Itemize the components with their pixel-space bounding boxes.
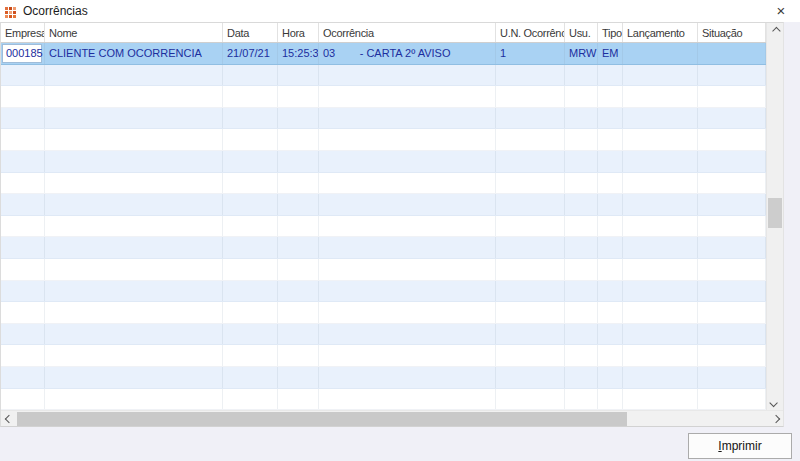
cell-nome [45, 324, 223, 345]
empty-row[interactable] [1, 345, 766, 367]
cell-tipo [598, 216, 623, 237]
cell-lancamento [623, 237, 698, 258]
cell-hora [278, 345, 319, 366]
cell-hora[interactable]: 15:25:39 [278, 43, 319, 64]
cell-usu [565, 129, 598, 150]
close-icon[interactable]: × [771, 0, 791, 20]
cell-ocorrencia[interactable]: 03 - CARTA 2º AVISO [319, 43, 496, 64]
cell-data [223, 129, 278, 150]
empresa-value: 000185 [6, 47, 43, 59]
cell-ocorrencia [319, 65, 496, 86]
cell-data[interactable]: 21/07/21 [223, 43, 278, 64]
cell-data [223, 108, 278, 129]
cell-nome [45, 389, 223, 410]
cell-data [223, 194, 278, 215]
horizontal-scrollbar[interactable] [1, 410, 783, 426]
scroll-down-icon[interactable] [767, 395, 783, 410]
cell-lancamento [623, 367, 698, 388]
cell-empresa [1, 129, 45, 150]
empty-row[interactable] [1, 151, 766, 173]
cell-nome[interactable]: CLIENTE COM OCORRENCIA [45, 43, 223, 64]
cell-empresa [1, 173, 45, 194]
cell-tipo [598, 129, 623, 150]
column-header-lancamento[interactable]: Lançamento [623, 23, 698, 42]
cell-ocorrencia [319, 389, 496, 410]
empty-row[interactable] [1, 324, 766, 346]
cell-ocorrencia [319, 108, 496, 129]
empty-row[interactable] [1, 129, 766, 151]
vertical-scrollbar[interactable] [766, 23, 783, 410]
imprimir-label: mprimir [722, 439, 762, 453]
empty-row[interactable] [1, 216, 766, 238]
empresa-inline-editor[interactable]: 000185 [2, 44, 42, 63]
cell-empresa[interactable]: 000185 [1, 43, 45, 64]
cell-hora [278, 65, 319, 86]
cell-nome [45, 86, 223, 107]
column-header-situacao[interactable]: Situação [698, 23, 766, 42]
scroll-left-icon[interactable] [1, 411, 16, 426]
cell-tipo [598, 302, 623, 323]
empty-row[interactable] [1, 389, 766, 411]
cell-hora [278, 324, 319, 345]
cell-data [223, 259, 278, 280]
cell-tipo [598, 108, 623, 129]
cell-nome [45, 259, 223, 280]
cell-tipo[interactable]: EM [598, 43, 623, 64]
cell-ocorrencia [319, 173, 496, 194]
cell-un-ocorrencia [496, 173, 565, 194]
cell-lancamento [623, 216, 698, 237]
column-header-nome[interactable]: Nome [45, 23, 223, 42]
cell-data [223, 367, 278, 388]
occurrence-row[interactable]: 000185CLIENTE COM OCORRENCIA21/07/2115:2… [1, 43, 766, 65]
grid-rows: 000185CLIENTE COM OCORRENCIA21/07/2115:2… [1, 43, 766, 410]
cell-ocorrencia [319, 259, 496, 280]
cell-ocorrencia [319, 151, 496, 172]
empty-row[interactable] [1, 259, 766, 281]
cell-usu[interactable]: MRW [565, 43, 598, 64]
cell-usu [565, 281, 598, 302]
empty-row[interactable] [1, 281, 766, 303]
cell-lancamento[interactable] [623, 43, 698, 64]
cell-situacao[interactable] [698, 43, 766, 64]
empty-row[interactable] [1, 302, 766, 324]
column-header-empresa[interactable]: Empresa [1, 23, 45, 42]
cell-un-ocorrencia [496, 65, 565, 86]
cell-data [223, 65, 278, 86]
cell-empresa [1, 237, 45, 258]
empty-row[interactable] [1, 237, 766, 259]
column-header-data[interactable]: Data [223, 23, 278, 42]
empty-row[interactable] [1, 86, 766, 108]
cell-un-ocorrencia [496, 108, 565, 129]
empty-row[interactable] [1, 367, 766, 389]
horizontal-scrollbar-thumb[interactable] [17, 412, 627, 426]
cell-data [223, 86, 278, 107]
cell-lancamento [623, 151, 698, 172]
column-header-hora[interactable]: Hora [278, 23, 319, 42]
cell-situacao [698, 65, 766, 86]
empty-row[interactable] [1, 173, 766, 195]
column-header-un-ocorrencia[interactable]: U.N. Ocorrência [496, 23, 565, 42]
scroll-up-icon[interactable] [767, 23, 783, 38]
cell-un-ocorrencia[interactable]: 1 [496, 43, 565, 64]
imprimir-button[interactable]: Imprimir [688, 433, 792, 459]
cell-lancamento [623, 129, 698, 150]
cell-usu [565, 302, 598, 323]
cell-lancamento [623, 108, 698, 129]
empty-row[interactable] [1, 65, 766, 87]
vertical-scrollbar-thumb[interactable] [768, 198, 782, 228]
cell-nome [45, 345, 223, 366]
column-header-tipo[interactable]: Tipo [598, 23, 623, 42]
empty-row[interactable] [1, 108, 766, 130]
cell-un-ocorrencia [496, 194, 565, 215]
empty-row[interactable] [1, 194, 766, 216]
cell-lancamento [623, 345, 698, 366]
cell-data [223, 237, 278, 258]
cell-data [223, 151, 278, 172]
column-header-ocorrencia[interactable]: Ocorrência [319, 23, 496, 42]
scroll-right-icon[interactable] [768, 411, 783, 426]
cell-ocorrencia [319, 237, 496, 258]
cell-usu [565, 86, 598, 107]
column-header-usu[interactable]: Usu. [565, 23, 598, 42]
cell-un-ocorrencia [496, 302, 565, 323]
cell-data [223, 173, 278, 194]
